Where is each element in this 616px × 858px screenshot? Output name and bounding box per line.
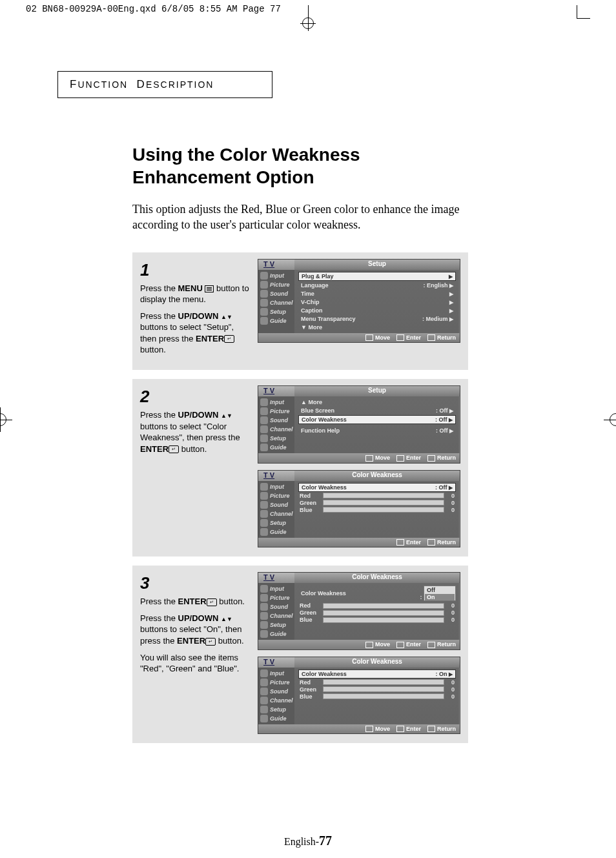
osd-row: Blue Screen: Off ▶ <box>298 407 456 414</box>
osd-side-picture: Picture <box>258 491 294 500</box>
cw-row-dd: Color Weakness : Off On <box>298 585 456 602</box>
enter-icon: ↵ <box>205 638 216 646</box>
osd-cw-on: T VColor Weakness InputPictureSoundChann… <box>258 657 460 735</box>
step-3: 3 Press the ENTER↵ button. Press the UP/… <box>132 566 468 743</box>
up-icon <box>221 410 227 420</box>
step-2: 2 Press the UP/DOWN buttons to select "C… <box>132 379 468 557</box>
slider-blue: Blue0 <box>298 693 456 700</box>
slider-blue: Blue0 <box>298 507 456 513</box>
menu-icon <box>205 285 214 292</box>
down-icon <box>227 613 232 623</box>
osd-side-setup: Setup <box>258 620 294 629</box>
cw-row: Color Weakness: On ▶ <box>298 669 456 679</box>
step-3-p2: Press the UP/DOWN buttons to select "On"… <box>140 613 250 647</box>
osd-row <box>298 425 456 426</box>
osd-side-sound: Sound <box>258 687 294 696</box>
osd-side-picture: Picture <box>258 678 294 687</box>
osd-side-picture: Picture <box>258 280 294 289</box>
down-icon <box>227 410 232 420</box>
intro-text: This option adjusts the Red, Blue or Gre… <box>132 201 494 233</box>
slider-green: Green0 <box>298 609 456 616</box>
step-3-p3: You will also see the items "Red", "Gree… <box>140 652 250 675</box>
osd-side-picture: Picture <box>258 407 294 416</box>
slider-red: Red0 <box>298 679 456 686</box>
osd-side-sound: Sound <box>258 602 294 611</box>
page-title: Using the Color WeaknessEnhancement Opti… <box>132 143 555 189</box>
osd-side-channel: Channel <box>258 696 294 705</box>
osd-side-guide: Guide <box>258 316 294 325</box>
slider-blue: Blue0 <box>298 617 456 623</box>
osd-side-input: Input <box>258 398 294 407</box>
crop-mark-right <box>603 407 616 433</box>
osd-setup-1: T VSetup InputPictureSoundChannelSetupGu… <box>258 259 460 343</box>
osd-side-channel: Channel <box>258 611 294 620</box>
osd-row: V-Chip ▶ <box>298 298 456 306</box>
osd-side-guide: Guide <box>258 629 294 638</box>
up-icon <box>221 311 227 321</box>
enter-icon: ↵ <box>207 598 217 606</box>
crop-marks-top <box>0 14 616 32</box>
osd-side-setup: Setup <box>258 518 294 527</box>
step-1-number: 1 <box>140 259 250 281</box>
step-1-p1: Press the MENU button to display the men… <box>140 283 250 305</box>
osd-side-sound: Sound <box>258 289 294 298</box>
osd-side-sound: Sound <box>258 416 294 425</box>
osd-side-guide: Guide <box>258 527 294 536</box>
osd-row: Language: English ▶ <box>298 281 456 289</box>
osd-cw-off: T VColor Weakness InputPictureSoundChann… <box>258 470 460 548</box>
osd-row: Function Help: Off ▶ <box>298 427 456 434</box>
slider-red: Red0 <box>298 602 456 609</box>
up-icon <box>221 613 227 623</box>
osd-side-picture: Picture <box>258 593 294 602</box>
osd-side-setup: Setup <box>258 705 294 714</box>
osd-side-guide: Guide <box>258 714 294 723</box>
crop-mark-left <box>0 407 13 433</box>
step-2-p1: Press the UP/DOWN buttons to select "Col… <box>140 409 250 455</box>
osd-sidebar: InputPictureSoundChannelSetupGuide <box>258 270 294 333</box>
osd-row: Menu Transparency: Medium ▶ <box>298 315 456 323</box>
osd-setup-2: T VSetup InputPictureSoundChannelSetupGu… <box>258 385 460 464</box>
step-3-p1: Press the ENTER↵ button. <box>140 596 250 608</box>
osd-side-channel: Channel <box>258 298 294 307</box>
osd-side-setup: Setup <box>258 434 294 443</box>
step-1: 1 Press the MENU button to display the m… <box>132 252 468 370</box>
osd-row: Color Weakness: Off ▶ <box>298 415 456 424</box>
osd-row: Caption ▶ <box>298 307 456 314</box>
osd-side-channel: Channel <box>258 509 294 518</box>
osd-side-channel: Channel <box>258 425 294 434</box>
slider-red: Red0 <box>298 493 456 499</box>
osd-side-input: Input <box>258 669 294 678</box>
osd-side-input: Input <box>258 271 294 280</box>
cw-row: Color Weakness: Off ▶ <box>298 483 456 492</box>
slider-green: Green0 <box>298 686 456 693</box>
section-tab: FUNCTION DESCRIPTION <box>57 71 272 98</box>
osd-row: ▲ More <box>298 398 456 406</box>
enter-icon: ↵ <box>169 445 179 453</box>
osd-side-sound: Sound <box>258 500 294 509</box>
osd-row: Time ▶ <box>298 290 456 298</box>
cw-dropdown: Off On <box>424 586 456 601</box>
enter-icon: ↵ <box>224 335 234 343</box>
osd-row: ▼ More <box>298 323 456 331</box>
down-icon <box>227 311 232 321</box>
osd-row: Plug & Play ▶ <box>298 272 456 281</box>
osd-side-setup: Setup <box>258 307 294 316</box>
osd-cw-dropdown: T VColor Weakness InputPictureSoundChann… <box>258 572 460 650</box>
step-3-number: 3 <box>140 572 250 595</box>
step-1-p2: Press the UP/DOWN buttons to select "Set… <box>140 311 250 356</box>
step-2-number: 2 <box>140 385 250 408</box>
osd-side-guide: Guide <box>258 443 294 452</box>
osd-side-input: Input <box>258 482 294 491</box>
page-footer: English-77 <box>61 833 555 848</box>
osd-side-input: Input <box>258 584 294 593</box>
slider-green: Green0 <box>298 500 456 506</box>
